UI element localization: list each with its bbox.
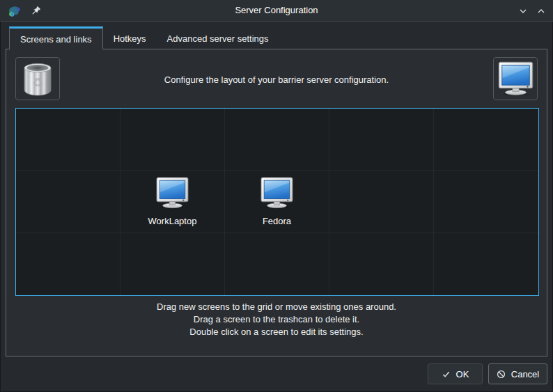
tab-hotkeys[interactable]: Hotkeys <box>103 28 157 49</box>
tab-label: Hotkeys <box>114 33 146 44</box>
grid-cell[interactable]: WorkLaptop <box>120 171 225 233</box>
instruction-line: Double click on a screen to edit its set… <box>6 326 547 338</box>
tab-label: Advanced server settings <box>167 33 269 44</box>
screen-layout-grid: WorkLaptop Fedora <box>15 108 539 296</box>
grid-cell[interactable] <box>329 109 434 171</box>
screen-name-label: Fedora <box>263 216 291 226</box>
screen-name-label: WorkLaptop <box>148 216 197 226</box>
panel-description: Configure the layout of your barrier ser… <box>69 75 484 85</box>
grid-cell[interactable] <box>434 109 538 171</box>
tab-bar: Screens and links Hotkeys Advanced serve… <box>0 22 553 49</box>
window-title: Server Configuration <box>0 0 553 22</box>
grid-cell[interactable] <box>225 109 329 171</box>
pin-icon[interactable] <box>30 6 41 17</box>
check-icon <box>442 370 451 379</box>
tab-screens-and-links[interactable]: Screens and links <box>9 26 103 49</box>
instructions-text: Drag new screens to the grid or move exi… <box>6 301 547 338</box>
screens-and-links-panel: Configure the layout of your barrier ser… <box>6 49 547 356</box>
grid-cell[interactable] <box>16 171 120 233</box>
monitor-icon <box>259 177 295 209</box>
new-screen-drag-source[interactable] <box>493 57 538 100</box>
tab-label: Screens and links <box>20 34 92 45</box>
grid-cell[interactable] <box>16 233 120 295</box>
grid-cell[interactable] <box>120 109 225 171</box>
prohibition-icon <box>497 370 506 379</box>
chevron-down-icon[interactable] <box>518 6 528 16</box>
screen-fedora[interactable]: Fedora <box>225 171 329 232</box>
chevron-up-icon[interactable] <box>536 6 546 16</box>
screen-worklaptop[interactable]: WorkLaptop <box>120 171 224 232</box>
grid-cell[interactable] <box>434 171 538 233</box>
new-screen-monitor-icon <box>497 61 535 96</box>
trashcan-drop-target[interactable] <box>15 57 60 100</box>
trashcan-icon <box>20 60 55 98</box>
server-configuration-dialog: Server Configuration Screens and links H… <box>0 0 553 392</box>
cancel-button[interactable]: Cancel <box>488 363 547 384</box>
cancel-button-label: Cancel <box>511 369 539 379</box>
grid-cell[interactable] <box>16 109 120 171</box>
grid-cell[interactable] <box>329 233 434 295</box>
ok-button[interactable]: OK <box>428 363 483 384</box>
grid-cell[interactable]: Fedora <box>225 171 329 233</box>
monitor-icon <box>155 177 190 209</box>
barrier-app-icon[interactable] <box>7 4 21 18</box>
grid-cell[interactable] <box>120 233 225 295</box>
ok-button-label: OK <box>456 369 469 379</box>
dialog-button-row: OK Cancel <box>428 363 547 384</box>
grid-cell[interactable] <box>329 171 434 233</box>
instruction-line: Drag new screens to the grid or move exi… <box>6 301 547 313</box>
grid-cell[interactable] <box>225 233 329 295</box>
titlebar[interactable]: Server Configuration <box>0 0 553 22</box>
instruction-line: Drag a screen to the trashcan to delete … <box>6 313 547 326</box>
tab-advanced-server-settings[interactable]: Advanced server settings <box>157 28 279 49</box>
grid-cell[interactable] <box>434 233 538 295</box>
